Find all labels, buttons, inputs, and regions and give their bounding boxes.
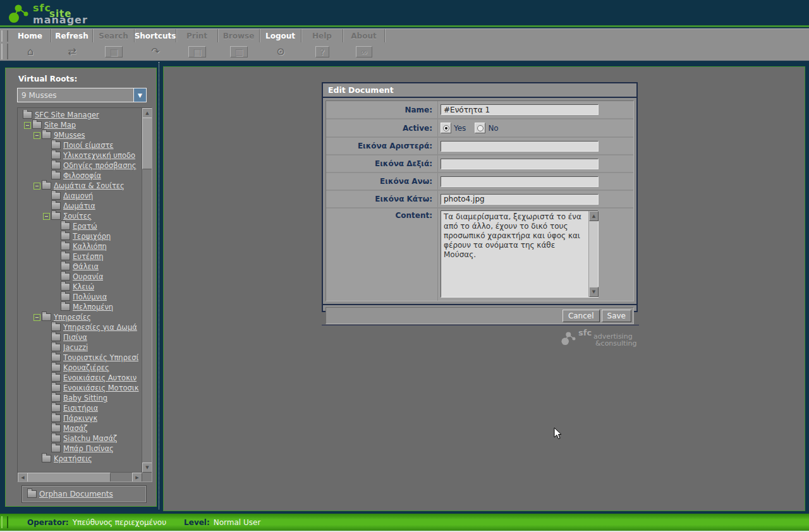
save-button[interactable]: Save: [602, 310, 631, 322]
tree-item[interactable]: Ουρανία: [18, 272, 142, 282]
tree-item[interactable]: Baby Sitting: [18, 393, 142, 403]
chevron-down-icon[interactable]: ▼: [133, 88, 146, 102]
virtual-roots-select[interactable]: 9 Musses ▼: [17, 88, 147, 102]
panel-splitter[interactable]: [157, 62, 161, 509]
image-top-label: Εικόνα Ανω:: [326, 173, 438, 190]
tree-item[interactable]: Διαμονή: [18, 191, 142, 201]
folder-icon: [61, 303, 70, 311]
browse-button[interactable]: ▥: [218, 42, 260, 61]
content-textarea[interactable]: Τα διαμερίσματα, ξεχωριστά το ένα από το…: [441, 211, 588, 297]
horizontal-scroll-thumb[interactable]: [27, 473, 111, 482]
tree-item[interactable]: Δωμάτια: [18, 201, 142, 211]
tree-item[interactable]: Δωμάτια & Σουίτες: [18, 181, 142, 191]
about-button[interactable]: ∞: [343, 42, 385, 61]
collapse-icon[interactable]: [43, 213, 50, 220]
tree-item[interactable]: Πισίνα: [18, 332, 142, 342]
menu-item-search[interactable]: Search: [93, 29, 135, 43]
tree-item[interactable]: Ενοικιάσεις Αυτοκιν: [18, 373, 142, 383]
tree-item[interactable]: Ευτέρπη: [18, 251, 142, 262]
print-button[interactable]: ▤: [176, 42, 218, 61]
collapse-icon[interactable]: [33, 314, 40, 321]
tree-item[interactable]: Τερψιχόρη: [18, 231, 142, 241]
folder-icon: [61, 263, 70, 270]
radio-yes[interactable]: [441, 123, 451, 133]
tree-item[interactable]: Jacuzzi: [18, 342, 142, 353]
home-button[interactable]: ⌂: [9, 42, 51, 61]
image-bottom-input[interactable]: [441, 194, 599, 205]
image-right-label: Εικόνα Δεξιά:: [326, 155, 438, 172]
tree-item[interactable]: Πάρκινγκ: [18, 413, 142, 423]
tree-item[interactable]: Υπηρεσίες για Δωμά: [18, 322, 142, 332]
tree-item[interactable]: Υλικοτεχνική υποδο: [18, 150, 142, 160]
picture-button[interactable]: ▦: [93, 42, 135, 61]
radio-no-label: No: [488, 124, 498, 133]
menu-item-home[interactable]: Home: [9, 29, 51, 43]
tree-item[interactable]: Μασάζ: [18, 423, 142, 433]
tree-item[interactable]: Τουριστικές Υπηρεσί: [18, 353, 142, 363]
tree-vertical-scrollbar[interactable]: ▲ ▼: [142, 108, 152, 473]
tree-item[interactable]: Οδηγίες πρόσβασης: [18, 160, 142, 171]
help-button[interactable]: ?: [301, 42, 343, 61]
orphan-documents-link[interactable]: Orphan Documents: [39, 490, 113, 499]
vertical-scroll-thumb[interactable]: [142, 118, 152, 169]
menu-grip[interactable]: [1, 30, 8, 42]
menu-item-print[interactable]: Print: [176, 29, 218, 43]
collapse-icon[interactable]: [24, 122, 31, 129]
tree-horizontal-scrollbar[interactable]: ◀ ▶: [18, 472, 142, 481]
content-scrollbar[interactable]: ▲ ▼: [588, 211, 598, 297]
cancel-button[interactable]: Cancel: [563, 310, 600, 322]
tree-item[interactable]: Σουίτες: [18, 211, 142, 221]
menu-item-refresh[interactable]: Refresh: [51, 29, 93, 43]
tree-item[interactable]: Ενοικιάσεις Μοτοσικ: [18, 383, 142, 393]
help-icon: ?: [315, 46, 329, 57]
tree-item[interactable]: Φιλοσοφία: [18, 171, 142, 181]
refresh-button[interactable]: ⇄: [51, 42, 93, 61]
tree-item[interactable]: Ερατώ: [18, 221, 142, 231]
scroll-left-icon[interactable]: ◀: [18, 473, 28, 482]
name-label: Name:: [326, 101, 438, 118]
scroll-up-icon[interactable]: ▲: [142, 108, 152, 118]
tree-item[interactable]: Κλειώ: [18, 282, 142, 292]
scroll-down-icon[interactable]: ▼: [589, 287, 599, 297]
menu-item-help[interactable]: Help: [301, 29, 343, 43]
level-label: Level:: [184, 518, 210, 527]
tree-item[interactable]: Κρουαζιέρες: [18, 363, 142, 373]
tree-item[interactable]: Μελπομένη: [18, 302, 142, 312]
toolbar-grip[interactable]: [1, 44, 8, 59]
orphan-documents-button[interactable]: Orphan Documents: [21, 485, 147, 503]
image-right-input[interactable]: [441, 159, 599, 169]
radio-yes-label: Yes: [454, 124, 466, 133]
tree-item[interactable]: Siatchu Μασάζ: [18, 433, 142, 444]
image-top-input[interactable]: [441, 176, 599, 187]
collapse-icon[interactable]: [33, 183, 40, 190]
folder-icon: [51, 404, 61, 412]
tree-item[interactable]: Ποιοί είμαστε: [18, 140, 142, 150]
tree-item[interactable]: SFC Site Manager: [18, 110, 142, 120]
shortcut-button[interactable]: ↷: [135, 42, 176, 61]
tree-item[interactable]: Καλλιόπη: [18, 241, 142, 251]
menu-item-browse[interactable]: Browse: [218, 29, 260, 43]
scroll-up-icon[interactable]: ▲: [589, 211, 599, 221]
about-icon: ∞: [356, 46, 372, 57]
scroll-right-icon[interactable]: ▶: [132, 473, 142, 482]
power-button[interactable]: ⊙: [260, 42, 301, 61]
dialog-form: Name: Active: Yes No Εικόνα Αριστερά:: [325, 100, 634, 301]
tree-item[interactable]: Site Map: [18, 120, 142, 130]
tree-item[interactable]: Πολύμνια: [18, 292, 142, 302]
tree-item[interactable]: Κρατήσεις: [18, 454, 142, 464]
menu-item-logout[interactable]: Logout: [260, 29, 301, 43]
radio-no[interactable]: [475, 123, 485, 133]
folder-icon: [61, 243, 70, 250]
name-input[interactable]: [441, 104, 599, 115]
menu-item-about[interactable]: About: [343, 29, 385, 43]
tree-item[interactable]: 9Musses: [18, 130, 142, 140]
menu-item-shortcuts[interactable]: Shortcuts: [135, 29, 176, 43]
folder-icon: [42, 182, 51, 190]
tree-item[interactable]: Μπάρ Πισίνας: [18, 444, 142, 454]
tree-item[interactable]: Εισιτήρια: [18, 403, 142, 413]
scroll-down-icon[interactable]: ▼: [142, 462, 152, 473]
collapse-icon[interactable]: [33, 132, 40, 139]
tree-item[interactable]: Θάλεια: [18, 262, 142, 272]
image-left-input[interactable]: [441, 141, 599, 152]
tree-item[interactable]: Υπηρεσίες: [18, 312, 142, 322]
